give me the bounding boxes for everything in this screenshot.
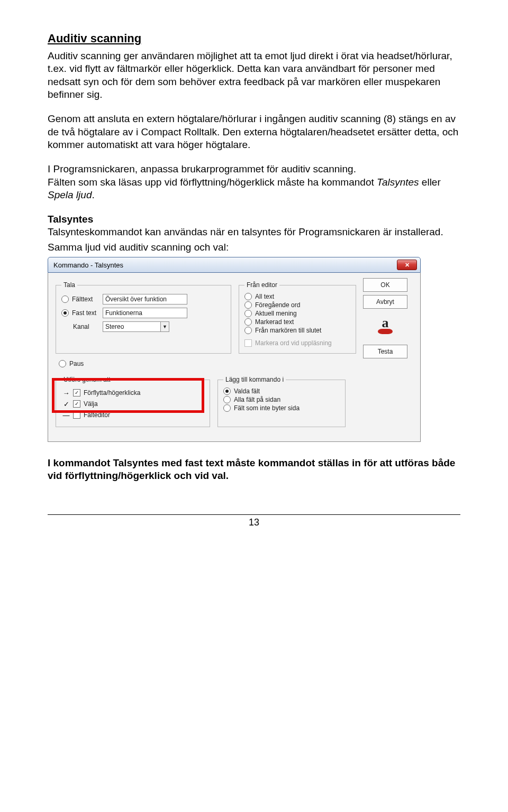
group-tala: Tala Fälttext Översikt över funktion Fas… bbox=[56, 281, 231, 354]
radio-paus[interactable]: Paus bbox=[59, 360, 413, 367]
talsyntes-a-icon: a bbox=[378, 312, 393, 342]
ok-button[interactable]: OK bbox=[363, 278, 407, 292]
dialog-title: Kommando - Talsyntes bbox=[53, 261, 397, 269]
check-icon: ✓ bbox=[61, 400, 71, 408]
paragraph-1: Auditiv scanning ger användaren möjlighe… bbox=[48, 50, 460, 101]
radio-fran-markoren[interactable]: Från markören till slutet bbox=[244, 327, 350, 334]
radio-markerad[interactable]: Markerad text bbox=[244, 318, 350, 326]
cancel-button[interactable]: Avbryt bbox=[363, 295, 407, 309]
page-number: 13 bbox=[249, 517, 259, 528]
legend-lagg: Lägg till kommando i bbox=[223, 376, 286, 383]
radio-all-text[interactable]: All text bbox=[244, 293, 350, 300]
dialog-screenshot: Kommando - Talsyntes ✕ OK Avbryt a Testa… bbox=[48, 257, 421, 442]
radio-falt-inte-byter[interactable]: Fält som inte byter sida bbox=[223, 404, 340, 412]
testa-button[interactable]: Testa bbox=[363, 345, 407, 358]
paragraph-2: Genom att ansluta en extern högtalare/hö… bbox=[48, 113, 460, 151]
group-fran-editor: Från editor All text Föregående ord Aktu… bbox=[239, 281, 356, 354]
check-falteditor[interactable]: Fälteditor bbox=[73, 411, 110, 419]
radio-valda-falt[interactable]: Valda fält bbox=[223, 387, 340, 395]
radio-foregaende[interactable]: Föregående ord bbox=[244, 301, 350, 309]
paragraph-5: Samma ljud vid auditiv scanning och val: bbox=[48, 241, 460, 254]
select-kanal[interactable]: Stereo ▼ bbox=[103, 321, 225, 332]
label-kanal: Kanal bbox=[61, 323, 103, 330]
check-markera-ord: Markera ord vid uppläsning bbox=[244, 339, 350, 347]
radio-aktuell[interactable]: Aktuell mening bbox=[244, 310, 350, 317]
radio-falttext[interactable]: Fälttext bbox=[61, 296, 103, 303]
legend-editor: Från editor bbox=[244, 281, 279, 289]
group-lagg-till: Lägg till kommando i Valda fält Alla fäl… bbox=[217, 376, 346, 427]
radio-alla-falt[interactable]: Alla fält på sidan bbox=[223, 396, 340, 403]
subheading-talsyntes: Talsyntes bbox=[48, 214, 93, 225]
legend-utfors: Utförs genom att bbox=[61, 376, 113, 383]
close-button[interactable]: ✕ bbox=[397, 260, 417, 270]
paragraph-4: Talsynteskommandot kan användas när en t… bbox=[48, 226, 443, 237]
input-funktionerna[interactable]: Funktionerna bbox=[103, 308, 187, 318]
chevron-down-icon: ▼ bbox=[161, 321, 169, 332]
input-oversikt[interactable]: Översikt över funktion bbox=[103, 294, 187, 304]
radio-fasttext[interactable]: Fast text bbox=[61, 309, 103, 317]
check-forflytta[interactable]: Förflytta/högerklicka bbox=[73, 389, 140, 396]
dialog-titlebar: Kommando - Talsyntes ✕ bbox=[48, 257, 421, 273]
arrow-icon: → bbox=[61, 389, 71, 397]
paragraph-6: I kommandot Talsyntes med fast text måst… bbox=[48, 457, 460, 483]
page-heading: Auditiv scanning bbox=[48, 32, 460, 45]
paragraph-3: I Programsnickaren, anpassa brukarprogra… bbox=[48, 163, 460, 201]
page-footer: 13 bbox=[48, 514, 460, 528]
check-valja[interactable]: Välja bbox=[73, 400, 98, 408]
dash-icon: — bbox=[61, 411, 71, 419]
group-utfors: Utförs genom att → Förflytta/högerklicka… bbox=[56, 376, 210, 427]
legend-tala: Tala bbox=[61, 281, 77, 289]
